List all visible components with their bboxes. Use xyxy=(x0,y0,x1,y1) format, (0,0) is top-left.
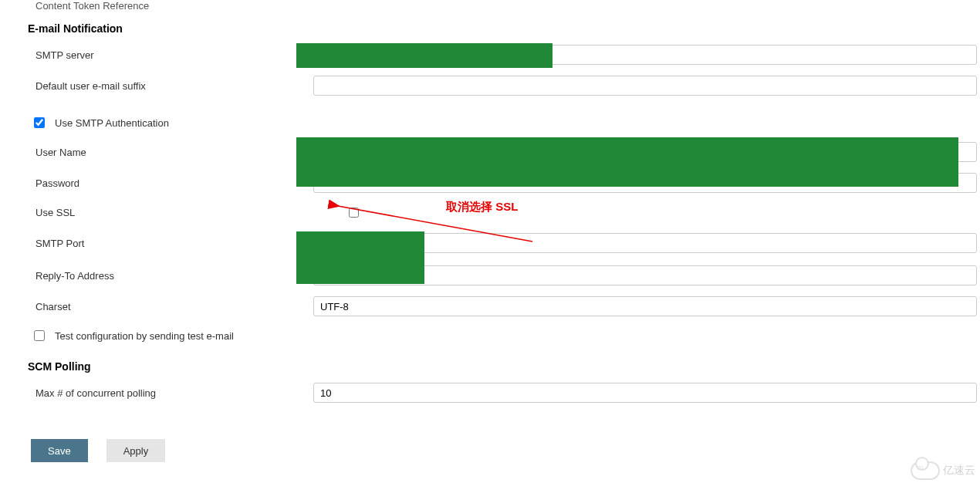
section-scm-polling: SCM Polling xyxy=(28,360,980,373)
save-button[interactable]: Save xyxy=(31,439,88,462)
redaction-block xyxy=(296,231,424,284)
label-smtp-port: SMTP Port xyxy=(0,238,313,249)
redaction-block xyxy=(296,43,553,68)
input-default-suffix[interactable] xyxy=(313,76,977,96)
input-charset[interactable] xyxy=(313,296,977,316)
form-buttons: Save Apply xyxy=(31,439,980,462)
row-max-polling: Max # of concurrent polling xyxy=(0,377,980,408)
apply-button[interactable]: Apply xyxy=(106,439,166,462)
row-password: Password xyxy=(0,167,980,198)
row-reply-to: Reply-To Address xyxy=(0,260,980,291)
row-use-smtp-auth: Use SMTP Authentication xyxy=(0,109,980,137)
annotation-ssl-note: 取消选择 SSL xyxy=(446,200,518,214)
watermark-text: 亿速云 xyxy=(943,464,975,478)
label-max-polling: Max # of concurrent polling xyxy=(0,387,313,399)
checkbox-use-ssl[interactable] xyxy=(349,208,359,218)
label-password: Password xyxy=(0,177,313,189)
previous-section-item: Content Token Reference xyxy=(0,0,980,12)
checkbox-test-config[interactable] xyxy=(34,330,45,341)
checkbox-use-smtp-auth[interactable] xyxy=(34,117,45,128)
label-use-ssl: Use SSL xyxy=(0,207,313,218)
label-charset: Charset xyxy=(0,301,313,312)
row-charset: Charset xyxy=(0,291,980,322)
redaction-block xyxy=(296,137,958,187)
section-email-notification: E-mail Notification xyxy=(28,22,980,35)
row-smtp-port: SMTP Port xyxy=(0,226,980,260)
label-default-suffix: Default user e-mail suffix xyxy=(0,80,313,92)
watermark: 亿速云 xyxy=(911,461,975,480)
row-use-ssl: Use SSL 取消选择 SSL xyxy=(0,198,980,226)
input-max-polling[interactable] xyxy=(313,383,977,403)
label-test-config: Test configuration by sending test e-mai… xyxy=(55,330,234,342)
config-form: Content Token Reference E-mail Notificat… xyxy=(0,0,980,483)
label-smtp-server: SMTP server xyxy=(0,49,313,61)
row-test-config: Test configuration by sending test e-mai… xyxy=(0,322,980,350)
label-use-smtp-auth: Use SMTP Authentication xyxy=(55,117,169,129)
row-default-suffix: Default user e-mail suffix xyxy=(0,70,980,101)
row-smtp-server: SMTP server xyxy=(0,39,980,70)
label-user-name: User Name xyxy=(0,147,313,158)
label-reply-to: Reply-To Address xyxy=(0,270,313,282)
cloud-icon xyxy=(911,461,940,480)
